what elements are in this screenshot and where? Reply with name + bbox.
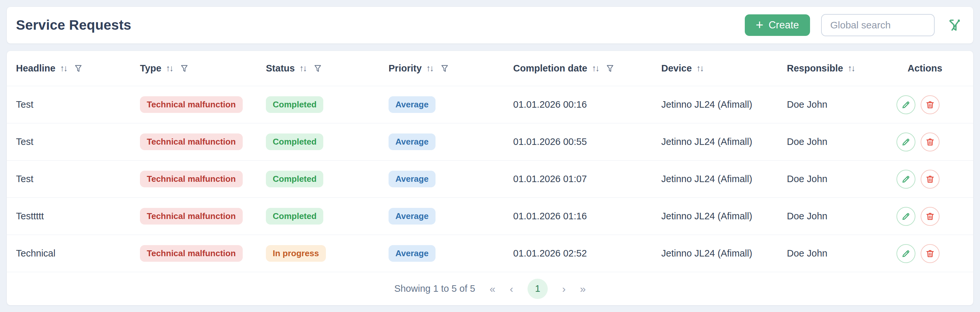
column-label: Headline — [16, 63, 56, 74]
sort-icon[interactable]: ↑↓ — [299, 63, 306, 73]
delete-button[interactable] — [921, 244, 940, 263]
table-row: Testtttt Technical malfunction Completed… — [7, 198, 973, 235]
status-badge: In progress — [266, 245, 326, 262]
delete-button[interactable] — [921, 170, 940, 189]
sort-icon[interactable]: ↑↓ — [60, 63, 67, 73]
cell-headline: Test — [16, 99, 140, 110]
column-header-device: Device ↑↓ — [661, 63, 787, 74]
cell-completion-date: 01.01.2026 01:16 — [513, 211, 661, 221]
funnel-icon[interactable] — [313, 64, 323, 73]
status-badge: Completed — [266, 134, 323, 150]
cell-headline: Test — [16, 137, 140, 147]
column-header-priority: Priority ↑↓ — [388, 63, 513, 74]
column-label: Device — [661, 63, 692, 74]
create-button[interactable]: + Create — [745, 14, 810, 36]
table-row: Test Technical malfunction Completed Ave… — [7, 123, 973, 161]
cell-priority: Average — [388, 245, 513, 262]
sort-icon[interactable]: ↑↓ — [848, 63, 854, 73]
table-row: Test Technical malfunction Completed Ave… — [7, 161, 973, 198]
delete-button[interactable] — [921, 132, 940, 151]
type-badge: Technical malfunction — [140, 245, 243, 262]
status-badge: Completed — [266, 171, 323, 187]
type-badge: Technical malfunction — [140, 208, 243, 224]
cell-status: Completed — [266, 96, 388, 113]
delete-button[interactable] — [921, 207, 940, 226]
cell-completion-date: 01.01.2026 02:52 — [513, 248, 661, 259]
cell-actions — [894, 95, 964, 114]
create-button-label: Create — [768, 19, 799, 31]
cell-responsible: Doe John — [787, 174, 894, 185]
edit-button[interactable] — [896, 170, 915, 189]
cell-type: Technical malfunction — [140, 208, 266, 224]
previous-page-icon[interactable]: ‹ — [509, 283, 513, 294]
edit-button[interactable] — [896, 244, 915, 263]
pagination-summary: Showing 1 to 5 of 5 — [394, 283, 475, 294]
column-label: Completion date — [513, 63, 587, 74]
edit-button[interactable] — [896, 207, 915, 226]
cell-completion-date: 01.01.2026 00:55 — [513, 137, 661, 147]
cell-device: Jetinno JL24 (Afimall) — [661, 99, 787, 110]
priority-badge: Average — [388, 134, 436, 150]
filter-off-icon[interactable] — [946, 16, 964, 34]
delete-button[interactable] — [921, 95, 940, 114]
cell-priority: Average — [388, 96, 513, 113]
type-badge: Technical malfunction — [140, 96, 243, 113]
cell-device: Jetinno JL24 (Afimall) — [661, 137, 787, 147]
global-search-input[interactable] — [821, 14, 935, 36]
column-label: Type — [140, 63, 161, 74]
funnel-icon[interactable] — [73, 64, 83, 73]
column-header-type: Type ↑↓ — [140, 63, 266, 74]
first-page-icon[interactable]: « — [490, 283, 496, 294]
cell-device: Jetinno JL24 (Afimall) — [661, 211, 787, 221]
funnel-icon[interactable] — [605, 64, 615, 73]
service-requests-table: Headline ↑↓ Type ↑↓ Status ↑↓ Priority ↑… — [6, 51, 974, 306]
column-header-completion-date: Completion date ↑↓ — [513, 63, 661, 74]
table-header-row: Headline ↑↓ Type ↑↓ Status ↑↓ Priority ↑… — [7, 51, 973, 86]
cell-type: Technical malfunction — [140, 245, 266, 262]
column-header-status: Status ↑↓ — [266, 63, 388, 74]
sort-icon[interactable]: ↑↓ — [592, 63, 599, 73]
header-card: Service Requests + Create — [6, 6, 974, 44]
edit-button[interactable] — [896, 95, 915, 114]
cell-responsible: Doe John — [787, 137, 894, 147]
priority-badge: Average — [388, 208, 436, 224]
page-number-button[interactable]: 1 — [528, 279, 548, 299]
cell-responsible: Doe John — [787, 248, 894, 259]
sort-icon[interactable]: ↑↓ — [697, 63, 703, 73]
pagination: Showing 1 to 5 of 5 « ‹ 1 › » — [7, 272, 973, 305]
last-page-icon[interactable]: » — [580, 283, 586, 294]
cell-actions — [894, 207, 964, 226]
column-label: Actions — [908, 63, 942, 74]
column-label: Status — [266, 63, 295, 74]
funnel-icon[interactable] — [440, 64, 450, 73]
plus-icon: + — [756, 18, 764, 31]
edit-button[interactable] — [896, 132, 915, 151]
cell-priority: Average — [388, 134, 513, 150]
status-badge: Completed — [266, 96, 323, 113]
cell-actions — [894, 170, 964, 189]
page-title: Service Requests — [16, 17, 131, 33]
type-badge: Technical malfunction — [140, 171, 243, 187]
priority-badge: Average — [388, 245, 436, 262]
cell-priority: Average — [388, 208, 513, 224]
cell-status: In progress — [266, 245, 388, 262]
cell-type: Technical malfunction — [140, 134, 266, 150]
cell-type: Technical malfunction — [140, 171, 266, 187]
funnel-icon[interactable] — [180, 64, 189, 73]
table-row: Test Technical malfunction Completed Ave… — [7, 86, 973, 123]
cell-priority: Average — [388, 171, 513, 187]
cell-completion-date: 01.01.2026 00:16 — [513, 99, 661, 110]
column-label: Priority — [388, 63, 422, 74]
type-badge: Technical malfunction — [140, 134, 243, 150]
cell-status: Completed — [266, 208, 388, 224]
sort-icon[interactable]: ↑↓ — [426, 63, 433, 73]
next-page-icon[interactable]: › — [562, 283, 566, 294]
column-header-actions: Actions — [894, 63, 964, 74]
cell-responsible: Doe John — [787, 211, 894, 221]
cell-headline: Technical — [16, 248, 140, 259]
cell-status: Completed — [266, 134, 388, 150]
cell-device: Jetinno JL24 (Afimall) — [661, 174, 787, 185]
column-header-headline: Headline ↑↓ — [16, 63, 140, 74]
cell-responsible: Doe John — [787, 99, 894, 110]
sort-icon[interactable]: ↑↓ — [166, 63, 173, 73]
